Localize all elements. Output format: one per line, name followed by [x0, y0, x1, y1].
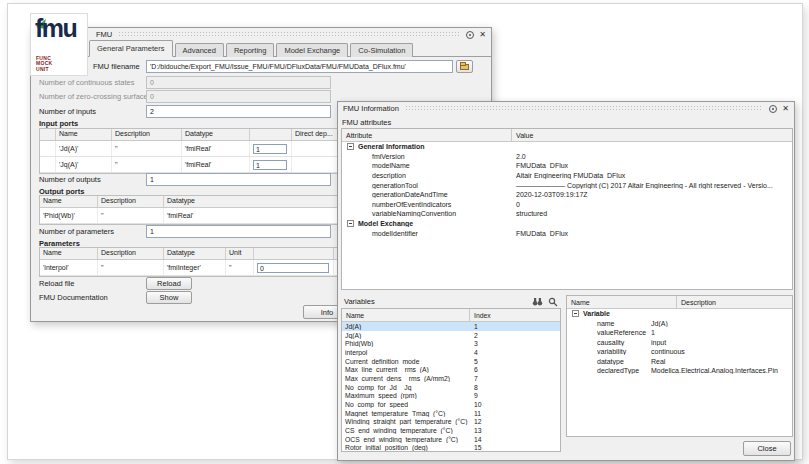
- attribute-name: generationDateAndTime: [372, 191, 448, 198]
- variable-row[interactable]: Magnet_temperature_Tmag_(°C) 11: [342, 409, 560, 418]
- col-header-name[interactable]: Name: [56, 129, 112, 140]
- col-header-description[interactable]: Description: [98, 196, 164, 207]
- variable-row[interactable]: Jd(A) 1: [342, 322, 560, 331]
- variable-row[interactable]: CS_end_winding_temperature_(°C) 13: [342, 426, 560, 435]
- attribute-row[interactable]: variableNamingConvention structured: [342, 209, 792, 219]
- param-value-cell: 0: [254, 260, 334, 275]
- attribute-name: Model Exchange: [358, 220, 413, 227]
- number-of-parameters-field[interactable]: 1: [146, 225, 331, 238]
- variable-row[interactable]: Current_definition_mode 5: [342, 357, 560, 366]
- search-icon[interactable]: [548, 297, 558, 307]
- col-header-name[interactable]: Name: [567, 296, 677, 308]
- variable-attribute-row[interactable]: variability continuous: [567, 347, 792, 357]
- tab-label: Model Exchange: [284, 46, 340, 55]
- variable-group-label: Variable: [583, 310, 610, 317]
- variable-row[interactable]: Phid(Wb) 3: [342, 339, 560, 348]
- fmu-logo: fmu FUNC MOCK UNIT: [30, 13, 88, 76]
- param-unit-cell: '': [226, 260, 254, 275]
- variable-name: OCS_end_winding_temperature_(°C): [342, 436, 470, 443]
- tab[interactable]: General Parameters: [89, 40, 173, 57]
- col-header-description[interactable]: Description: [98, 248, 164, 259]
- reload-button[interactable]: Reload: [146, 277, 192, 290]
- variable-name: Winding_straight_part_temperature_(°C): [342, 418, 470, 425]
- variable-name: Jd(A): [342, 323, 470, 330]
- attribute-row[interactable]: description Altair Engineering FMUData_D…: [342, 171, 792, 181]
- col-header-datatype[interactable]: Datatype: [164, 248, 226, 259]
- attribute-row[interactable]: generationDateAndTime 2020-12-03T09:19:1…: [342, 190, 792, 200]
- variable-row[interactable]: Jq(A) 2: [342, 331, 560, 340]
- col-header-name[interactable]: Name: [40, 248, 98, 259]
- port-description-cell: '': [112, 157, 182, 172]
- variable-attribute-row[interactable]: datatype Real: [567, 357, 792, 367]
- col-header-value[interactable]: [254, 248, 334, 259]
- float-window-icon[interactable]: [769, 105, 777, 113]
- tree-collapse-icon[interactable]: [572, 310, 579, 317]
- titlebar-grip[interactable]: [118, 31, 460, 38]
- variable-attribute-row[interactable]: causality input: [567, 338, 792, 348]
- col-header-handle[interactable]: [40, 129, 56, 140]
- variable-row[interactable]: interpol 4: [342, 348, 560, 357]
- attribute-value: 0: [512, 201, 792, 208]
- col-header-value[interactable]: [250, 129, 292, 140]
- browse-button[interactable]: [456, 60, 473, 73]
- port-description-cell: '': [112, 141, 182, 156]
- variable-row[interactable]: Maximum_speed_(rpm) 9: [342, 392, 560, 401]
- tab[interactable]: Reporting: [226, 43, 275, 57]
- variable-row[interactable]: No_comp_for_speed 10: [342, 400, 560, 409]
- col-header-description[interactable]: Description: [677, 296, 792, 308]
- titlebar-grip[interactable]: [405, 105, 763, 112]
- variables-header-row: Name Index: [342, 309, 560, 322]
- variable-attribute-row[interactable]: valueReference 1: [567, 328, 792, 338]
- tab[interactable]: Model Exchange: [276, 43, 348, 57]
- attribute-name-cell: modelName: [342, 162, 512, 169]
- variable-row[interactable]: Winding_straight_part_temperature_(°C) 1…: [342, 418, 560, 427]
- float-window-icon[interactable]: [466, 31, 474, 39]
- col-header-attribute[interactable]: Attribute: [342, 129, 512, 141]
- tab[interactable]: Advanced: [175, 43, 224, 57]
- variable-row[interactable]: Rotor_initial_position_(deg) 15: [342, 444, 560, 452]
- variable-group-row[interactable]: Variable: [567, 309, 792, 319]
- number-of-outputs-field[interactable]: 1: [146, 173, 331, 186]
- attribute-row[interactable]: modelIdentifier FMUData_DFlux: [342, 228, 792, 238]
- port-value-input[interactable]: 1: [253, 160, 287, 170]
- col-header-description[interactable]: Description: [112, 129, 182, 140]
- attribute-row[interactable]: modelName FMUData_DFlux: [342, 161, 792, 171]
- col-header-name[interactable]: Name: [40, 196, 98, 207]
- number-of-inputs-field[interactable]: 2: [146, 105, 331, 118]
- variables-label: Variables: [344, 297, 375, 306]
- attribute-row[interactable]: fmiVersion 2.0: [342, 152, 792, 162]
- param-value-input[interactable]: 0: [257, 263, 329, 273]
- fmu-attributes-label: FMU attributes: [342, 118, 391, 127]
- variable-index: 9: [470, 392, 478, 399]
- attribute-name: numberOfEventIndicators: [372, 201, 451, 208]
- col-header-index[interactable]: Index: [470, 309, 560, 321]
- fmu-information-titlebar[interactable]: FMU Information ✕: [338, 102, 794, 115]
- variable-row[interactable]: OCS_end_winding_temperature_(°C) 14: [342, 435, 560, 444]
- variable-attribute-row[interactable]: declaredType Modelica.Electrical.Analog.…: [567, 366, 792, 376]
- attribute-row[interactable]: General Information: [342, 142, 792, 152]
- find-icon[interactable]: [532, 297, 543, 306]
- tree-collapse-icon[interactable]: [347, 143, 354, 150]
- attribute-row[interactable]: numberOfEventIndicators 0: [342, 200, 792, 210]
- attribute-row[interactable]: Model Exchange: [342, 219, 792, 229]
- close-icon[interactable]: ✕: [782, 105, 789, 113]
- fmu-filename-input[interactable]: 'D:/bidouche/Export_FMU/Issue_FMU/FMU/DF…: [146, 60, 453, 73]
- col-header-name[interactable]: Name: [342, 309, 470, 321]
- show-documentation-button[interactable]: Show: [146, 291, 192, 304]
- variable-row[interactable]: Max_current_dens__rms_(A/mm2) 7: [342, 374, 560, 383]
- tree-collapse-icon[interactable]: [347, 220, 354, 227]
- close-button[interactable]: Close: [743, 441, 791, 456]
- col-header-unit[interactable]: Unit: [226, 248, 254, 259]
- variable-attribute-row[interactable]: name Jd(A): [567, 319, 792, 329]
- row-handle-cell: [40, 157, 56, 172]
- tab-label: Co-Simulation: [358, 46, 405, 55]
- variable-row[interactable]: No_comp_for_Jd__Jq 8: [342, 383, 560, 392]
- col-header-value[interactable]: Value: [512, 129, 792, 141]
- tab[interactable]: Co-Simulation: [350, 43, 413, 57]
- attribute-row[interactable]: generationTool ——————— Copyright (C) 201…: [342, 180, 792, 190]
- close-icon[interactable]: ✕: [479, 31, 486, 39]
- port-value-input[interactable]: 1: [253, 144, 287, 154]
- variables-body: Jd(A) 1 Jq(A) 2 Phid(Wb) 3 interpol 4 Cu…: [342, 322, 560, 452]
- col-header-datatype[interactable]: Datatype: [182, 129, 250, 140]
- variable-row[interactable]: Max_line_current__rms_(A) 6: [342, 365, 560, 374]
